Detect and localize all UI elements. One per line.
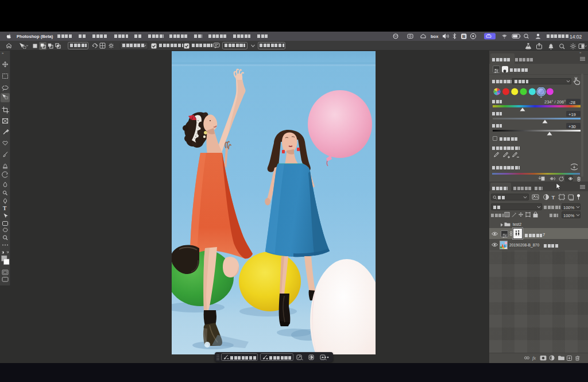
svg-text:T: T xyxy=(3,206,7,211)
svg-text:»: » xyxy=(2,51,4,55)
svg-text:fx: fx xyxy=(532,355,536,361)
svg-text:B: B xyxy=(462,34,466,39)
svg-text:box: box xyxy=(431,34,439,39)
svg-text:T: T xyxy=(552,194,555,200)
